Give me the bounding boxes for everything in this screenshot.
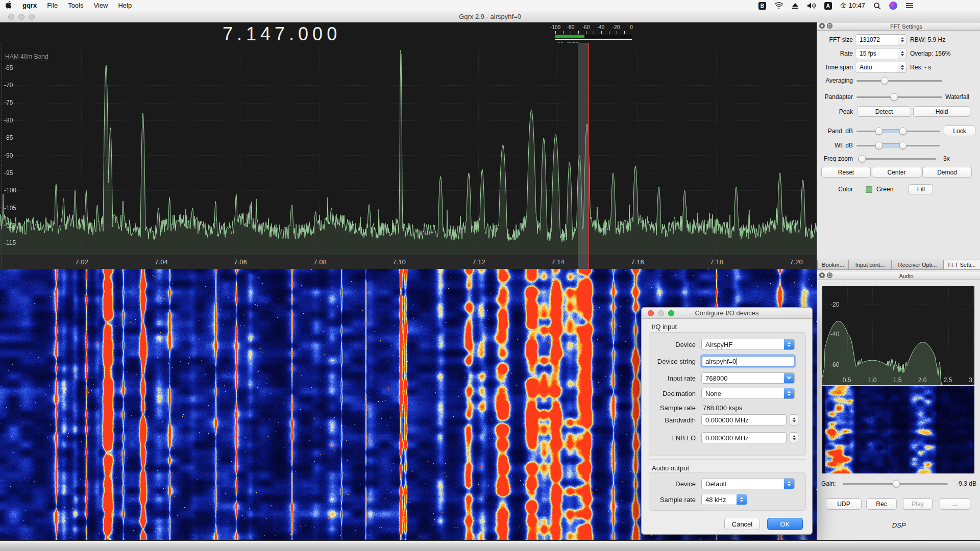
panel-close-icon[interactable] bbox=[819, 23, 825, 30]
tab-fft-settings[interactable]: FFT Setti... bbox=[944, 260, 980, 270]
panel-float-icon[interactable] bbox=[827, 23, 832, 30]
freq-axis-label: 7.18 bbox=[710, 258, 723, 266]
stepper-icon[interactable] bbox=[784, 479, 794, 489]
wifi-icon[interactable] bbox=[774, 2, 783, 9]
siri-icon[interactable] bbox=[889, 2, 897, 10]
rate-select[interactable]: 15 fps bbox=[855, 48, 907, 59]
udp-button[interactable]: UDP bbox=[826, 498, 862, 510]
freq-zoom-slider[interactable] bbox=[858, 155, 936, 163]
stepper-icon[interactable] bbox=[737, 494, 747, 505]
rec-button[interactable]: Rec bbox=[866, 498, 897, 510]
panel-float-icon[interactable] bbox=[827, 272, 832, 280]
stepper-icon[interactable] bbox=[898, 62, 906, 72]
filter-passband[interactable] bbox=[578, 43, 589, 269]
spotlight-search-icon[interactable] bbox=[873, 2, 881, 10]
input-rate-combo[interactable]: 768000 bbox=[701, 372, 795, 384]
audio-device-select[interactable]: Default bbox=[701, 478, 795, 489]
ok-button[interactable]: OK bbox=[767, 518, 803, 530]
audio-output-section-label: Audio output bbox=[652, 464, 689, 472]
pand-db-max-thumb[interactable] bbox=[899, 127, 907, 135]
averaging-slider[interactable] bbox=[856, 77, 942, 85]
audio-panel-header[interactable]: Audio bbox=[817, 272, 980, 280]
app-menu-gqrx[interactable]: gqrx bbox=[17, 0, 42, 11]
tab-input-controls[interactable]: Input cont... bbox=[849, 260, 892, 270]
menu-file[interactable]: File bbox=[42, 0, 63, 11]
tab-receiver-options[interactable]: Receiver Opti... bbox=[892, 260, 944, 270]
window-title-bar[interactable]: Gqrx 2.9 - airspyhf=0 bbox=[0, 11, 980, 22]
audio-rate-select[interactable]: 48 kHz bbox=[701, 494, 747, 505]
fft-size-select[interactable]: 131072 bbox=[855, 34, 907, 45]
freq-zoom-thumb[interactable] bbox=[858, 155, 866, 163]
freq-axis-label: 7.08 bbox=[313, 258, 326, 266]
db-axis-label: -115 bbox=[4, 239, 20, 246]
wf-db-min-thumb[interactable] bbox=[875, 141, 883, 149]
notification-center-icon[interactable] bbox=[905, 3, 914, 9]
tuning-line[interactable] bbox=[588, 43, 589, 269]
input-source-icon[interactable]: A bbox=[824, 2, 832, 10]
more-button[interactable]: ... bbox=[940, 498, 970, 510]
reset-button[interactable]: Reset bbox=[821, 167, 871, 178]
peak-detect-button[interactable]: Detect bbox=[857, 106, 911, 117]
peak-hold-button[interactable]: Hold bbox=[913, 106, 970, 117]
split-slider-thumb[interactable] bbox=[890, 93, 898, 101]
eject-icon[interactable] bbox=[792, 3, 799, 9]
configure-io-dialog: Configure I/O devices I/Q input Device A… bbox=[641, 307, 813, 535]
freq-axis-label: 7.16 bbox=[631, 258, 644, 266]
gain-slider-thumb[interactable] bbox=[893, 480, 900, 488]
bandwidth-stepper[interactable] bbox=[790, 414, 798, 425]
bandwidth-input[interactable]: 0.000000 MHz bbox=[701, 414, 787, 425]
rate-label: Rate bbox=[817, 50, 853, 57]
pandapter-canvas[interactable] bbox=[0, 43, 817, 255]
device-select[interactable]: AirspyHF bbox=[701, 339, 795, 350]
tab-bookmarks[interactable]: Bookm... bbox=[817, 260, 849, 270]
decimation-select[interactable]: None bbox=[701, 388, 795, 399]
menu-view[interactable]: View bbox=[88, 0, 113, 11]
menu-tools[interactable]: Tools bbox=[63, 0, 88, 11]
play-button[interactable]: Play bbox=[903, 498, 933, 510]
stepper-icon[interactable] bbox=[784, 388, 794, 398]
cancel-button[interactable]: Cancel bbox=[724, 518, 760, 530]
lnb-lo-stepper[interactable] bbox=[790, 432, 798, 443]
device-string-input[interactable]: airspyhf=0 bbox=[701, 356, 795, 367]
menu-help[interactable]: Help bbox=[113, 0, 137, 11]
menu-clock[interactable]: 金 10:47 bbox=[840, 1, 865, 10]
lnb-lo-input[interactable]: 0.000000 MHz bbox=[701, 432, 787, 443]
wf-db-max-thumb[interactable] bbox=[899, 141, 907, 149]
pandapter-db-range-slider[interactable] bbox=[856, 127, 940, 135]
db-axis-label: -95 bbox=[4, 169, 20, 177]
fill-button[interactable]: Fill bbox=[909, 184, 933, 194]
audio-spectrum-plot[interactable]: -20 -40 -60 0.5 1.0 1.5 2.0 2.5 3. bbox=[822, 286, 974, 385]
waterfall-db-range-slider[interactable] bbox=[856, 141, 940, 149]
apple-menu[interactable] bbox=[0, 0, 17, 11]
panel-close-icon[interactable] bbox=[819, 272, 825, 280]
frequency-axis: 7.02 7.04 7.06 7.08 7.10 7.12 7.14 7.16 … bbox=[0, 255, 817, 269]
audio-device-value: Default bbox=[705, 480, 726, 488]
stepper-icon[interactable] bbox=[898, 35, 906, 45]
pand-db-min-thumb[interactable] bbox=[875, 127, 883, 135]
db-axis-label: -105 bbox=[4, 205, 20, 212]
gain-slider[interactable] bbox=[843, 480, 948, 488]
stepper-icon[interactable] bbox=[898, 48, 906, 59]
db-axis-label: -65 bbox=[4, 64, 20, 71]
volume-icon[interactable] bbox=[807, 2, 816, 9]
fft-size-value: 131072 bbox=[860, 36, 880, 43]
stepper-icon[interactable] bbox=[784, 339, 794, 349]
fft-settings-header[interactable]: FFT Settings bbox=[817, 22, 980, 31]
averaging-slider-thumb[interactable] bbox=[881, 77, 889, 85]
dialog-title-bar[interactable]: Configure I/O devices bbox=[642, 308, 812, 319]
audio-waterfall-canvas[interactable] bbox=[822, 386, 974, 473]
center-button[interactable]: Center bbox=[872, 167, 921, 178]
lnb-lo-value: 0.000000 MHz bbox=[705, 434, 749, 442]
lock-button[interactable]: Lock bbox=[944, 126, 975, 136]
time-span-select[interactable]: Auto bbox=[855, 62, 907, 73]
apple-icon bbox=[5, 1, 12, 11]
color-swatch[interactable] bbox=[866, 186, 872, 193]
demod-button[interactable]: Demod bbox=[922, 167, 972, 178]
db-axis-label: -75 bbox=[4, 99, 20, 106]
iq-input-section-label: I/Q input bbox=[652, 323, 677, 331]
frequency-display[interactable]: 7.147.000 bbox=[223, 23, 341, 45]
pandapter-waterfall-split-slider[interactable] bbox=[856, 93, 942, 101]
audio-spectrum-canvas[interactable] bbox=[822, 286, 974, 385]
b-status-icon[interactable]: B bbox=[758, 2, 766, 10]
dropdown-arrow-icon[interactable] bbox=[784, 373, 794, 383]
